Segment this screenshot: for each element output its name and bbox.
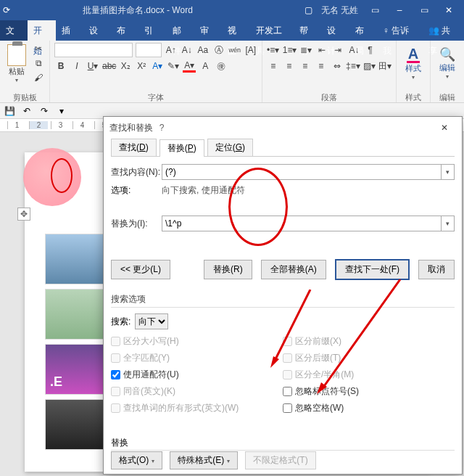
font-color-button[interactable]: A▾ xyxy=(183,60,196,73)
shading-button[interactable]: ▨▾ xyxy=(362,60,376,73)
tab-home[interactable]: 开始 xyxy=(28,20,55,41)
styles-icon: A xyxy=(407,46,420,63)
bold-button[interactable]: B xyxy=(54,60,67,73)
italic-button[interactable]: I xyxy=(70,60,83,73)
bullets-button[interactable]: •≡▾ xyxy=(267,44,280,57)
superscript-button[interactable]: X² xyxy=(135,60,148,73)
undo-button[interactable]: ↶ xyxy=(20,104,33,118)
font-size-combo[interactable] xyxy=(136,43,162,57)
tab-view[interactable]: 视图 xyxy=(222,20,249,41)
char-border-button[interactable]: [A] xyxy=(244,44,257,57)
sort-button[interactable]: A↓ xyxy=(347,44,360,57)
styles-button[interactable]: A 样式 ▾ xyxy=(401,46,426,81)
tab-mailings[interactable]: 邮件 xyxy=(167,20,194,41)
replace-input[interactable] xyxy=(162,216,442,231)
borders-button[interactable]: 田▾ xyxy=(378,60,392,73)
group-label-styles: 样式 xyxy=(401,92,426,102)
save-button[interactable]: 💾 xyxy=(3,104,16,118)
tab-dev[interactable]: 开发工具 xyxy=(250,20,294,41)
group-label-editing: 编辑 xyxy=(435,92,460,102)
align-justify-button[interactable]: ≡ xyxy=(315,60,328,73)
editing-button[interactable]: 🔍 编辑 ▾ xyxy=(435,46,460,80)
whole-word-checkbox: 全字匹配(Y) xyxy=(111,352,283,364)
indent-inc-button[interactable]: ⇥ xyxy=(331,44,344,57)
tab-tellme[interactable]: ♀ 告诉我 xyxy=(377,20,421,41)
ribbon-opts-icon[interactable]: ▢ xyxy=(297,0,321,20)
group-font: A↑ A↓ Aa Ⓐ wén [A] B I U▾ abc X₂ X² A▾ ✎… xyxy=(50,41,262,102)
tab-layout2[interactable]: 布局 xyxy=(349,20,377,41)
tab-find[interactable]: 查找(D) xyxy=(111,139,157,156)
text-effects-button[interactable]: A▾ xyxy=(151,60,164,73)
tab-goto[interactable]: 定位(G) xyxy=(207,139,253,156)
user-name[interactable]: 无名 无姓 xyxy=(321,4,358,17)
match-width-checkbox: 区分全/半角(M) xyxy=(283,369,455,381)
format-button[interactable]: 格式(O)▾ xyxy=(111,451,162,469)
redo-button[interactable]: ↷ xyxy=(38,104,51,118)
align-left-button[interactable]: ≡ xyxy=(267,60,280,73)
tab-review[interactable]: 审阅 xyxy=(194,20,222,41)
dialog-close-button[interactable]: ✕ xyxy=(433,119,456,136)
find-input[interactable] xyxy=(162,164,442,180)
dialog-help-button[interactable]: ? xyxy=(153,123,170,133)
highlight-button[interactable]: ✎▾ xyxy=(167,60,180,73)
tab-references[interactable]: 引用 xyxy=(138,20,166,41)
close-window-button[interactable]: ✕ xyxy=(436,0,461,20)
cancel-button[interactable]: 取消 xyxy=(418,260,455,279)
strike-button[interactable]: abc xyxy=(102,60,116,73)
ignore-space-checkbox[interactable]: 忽略空格(W) xyxy=(283,402,455,414)
replace-history-dropdown[interactable]: ▾ xyxy=(442,216,455,231)
enclose-char-button[interactable]: ㊝ xyxy=(215,60,228,73)
copy-button[interactable]: ⧉ xyxy=(32,57,45,70)
find-next-button[interactable]: 查找下一处(F) xyxy=(335,259,410,280)
tab-design2[interactable]: 设计 xyxy=(321,20,349,41)
less-button[interactable]: << 更少(L) xyxy=(111,260,170,279)
tab-replace[interactable]: 替换(P) xyxy=(160,139,204,157)
char-shading-button[interactable]: A xyxy=(199,60,212,73)
ruler-tick: 2 xyxy=(29,121,48,129)
phonetic-button[interactable]: wén xyxy=(228,44,241,57)
replace-button[interactable]: 替换(R) xyxy=(204,260,252,279)
user-icon[interactable]: ▭ xyxy=(362,0,387,20)
grow-font-button[interactable]: A↑ xyxy=(165,44,178,57)
format-painter-button[interactable]: 🖌 xyxy=(32,71,45,84)
dialog-titlebar[interactable]: 查找和替换 ? ✕ xyxy=(104,117,462,139)
align-center-button[interactable]: ≡ xyxy=(283,60,296,73)
group-label-paragraph: 段落 xyxy=(267,92,392,102)
share-button[interactable]: 👥 共享 xyxy=(421,20,464,41)
tab-design[interactable]: 设计 xyxy=(83,20,111,41)
underline-button[interactable]: U▾ xyxy=(86,60,99,73)
subscript-button[interactable]: X₂ xyxy=(119,60,132,73)
tab-file[interactable]: 文件 xyxy=(0,20,28,41)
tab-insert[interactable]: 插入 xyxy=(56,20,83,41)
group-paragraph: •≡▾ 1≡▾ ≣▾ ⇤ ⇥ A↓ ¶ ≡ ≡ ≡ ≡ ⇔ ‡≡▾ ▨▾ 田▾ … xyxy=(262,41,397,102)
tab-help[interactable]: 帮助 xyxy=(294,20,321,41)
restore-button[interactable]: ▭ xyxy=(412,0,436,20)
ruler-tick: 3 xyxy=(51,121,70,129)
change-case-button[interactable]: Aa xyxy=(196,44,210,57)
clear-format-button[interactable]: Ⓐ xyxy=(212,44,225,57)
shrink-font-button[interactable]: A↓ xyxy=(181,44,194,57)
group-label-font: 字体 xyxy=(54,92,257,102)
tab-layout[interactable]: 布局 xyxy=(111,20,138,41)
multilevel-button[interactable]: ≣▾ xyxy=(299,44,312,57)
ignore-punct-checkbox[interactable]: 忽略标点符号(S) xyxy=(283,385,455,398)
paste-button[interactable]: 粘贴 ▾ xyxy=(4,43,29,83)
minimize-button[interactable]: – xyxy=(387,0,412,20)
cut-button[interactable]: ✂ xyxy=(32,42,45,55)
indent-dec-button[interactable]: ⇤ xyxy=(315,44,328,57)
qat-customize[interactable]: ▾ xyxy=(55,104,68,118)
table-move-handle[interactable]: ✥ xyxy=(17,208,30,221)
distribute-button[interactable]: ⇔ xyxy=(331,60,344,73)
replace-all-button[interactable]: 全部替换(A) xyxy=(261,260,326,279)
align-right-button[interactable]: ≡ xyxy=(299,60,312,73)
show-marks-button[interactable]: ¶ xyxy=(363,44,376,57)
wildcards-checkbox[interactable]: 使用通配符(U) xyxy=(111,369,283,381)
font-name-combo[interactable] xyxy=(54,43,133,57)
find-history-dropdown[interactable]: ▾ xyxy=(442,164,455,180)
line-spacing-button[interactable]: ‡≡▾ xyxy=(347,60,360,73)
sounds-like-checkbox: 同音(英文)(K) xyxy=(111,385,283,398)
special-button[interactable]: 特殊格式(E)▾ xyxy=(170,451,238,469)
search-direction-select[interactable]: 向下 xyxy=(135,313,168,329)
numbering-button[interactable]: 1≡▾ xyxy=(283,44,297,57)
match-prefix-checkbox: 区分前缀(X) xyxy=(283,335,455,348)
